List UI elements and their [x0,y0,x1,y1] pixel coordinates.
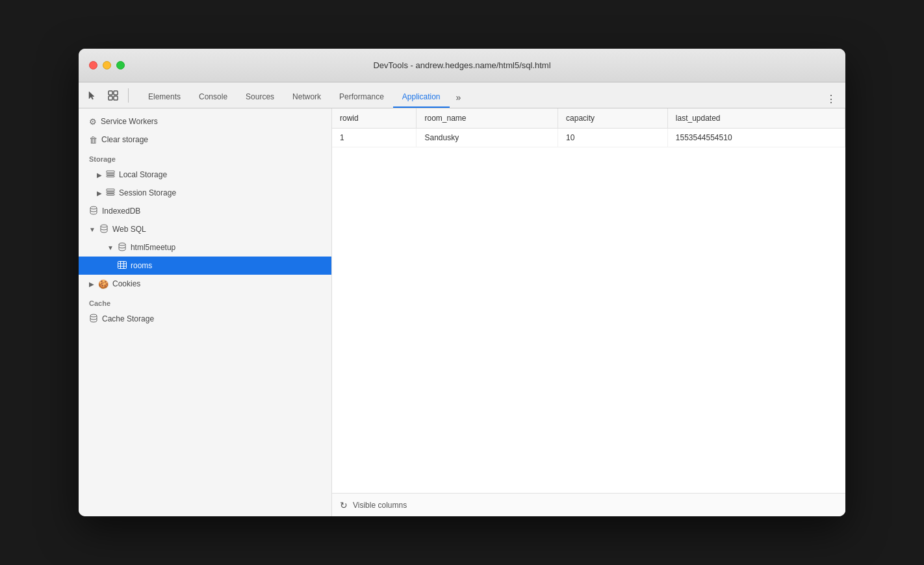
window-title: DevTools - andrew.hedges.name/html5/sql.… [373,60,550,70]
tab-divider [128,88,129,103]
sidebar-item-cookies[interactable]: ▶ 🍪 Cookies [79,275,331,293]
chevron-right-icon: ▶ [89,281,94,288]
svg-point-11 [101,225,107,227]
inspect-icon[interactable] [105,87,122,104]
cookie-icon: 🍪 [98,279,109,289]
storage-section-label: Storage [79,149,331,166]
tab-network[interactable]: Network [283,87,330,108]
cell-capacity: 10 [558,129,668,147]
cache-storage-icon [89,314,98,325]
trash-icon: 🗑 [89,135,97,145]
cache-section-label: Cache [79,293,331,310]
maximize-button[interactable] [116,61,125,69]
svg-point-12 [119,243,125,245]
cursor-icon[interactable] [84,87,101,104]
sidebar-item-service-workers[interactable]: ⚙ Service Workers [79,112,331,131]
tab-console[interactable]: Console [190,87,237,108]
sidebar-item-html5meetup[interactable]: ▼ html5meetup [79,238,331,257]
title-bar: DevTools - andrew.hedges.name/html5/sql.… [79,49,845,82]
cell-rowid: 1 [332,129,417,147]
gear-icon: ⚙ [89,117,97,127]
svg-rect-9 [107,194,114,195]
svg-rect-3 [114,96,118,100]
svg-rect-0 [109,91,112,95]
table-footer: ↻ Visible columns [332,493,845,516]
chevron-right-icon: ▶ [97,171,102,179]
refresh-icon[interactable]: ↻ [340,500,348,510]
svg-rect-5 [107,173,114,175]
svg-rect-7 [107,189,114,191]
local-storage-icon [106,170,115,180]
minimize-button[interactable] [103,61,111,69]
col-rowid: rowid [332,108,417,129]
cell-room-name: Sandusky [417,129,558,147]
main-content: ⚙ Service Workers 🗑 Clear storage Storag… [79,108,845,516]
sidebar-item-session-storage[interactable]: ▶ Session Storage [79,184,331,202]
svg-rect-8 [107,192,114,193]
devtools-menu-button[interactable]: ⋮ [822,90,840,108]
table-area: rowid room_name capacity last_updated 1 … [332,108,845,516]
database-icon [118,242,127,253]
svg-rect-13 [118,261,127,268]
svg-rect-1 [114,91,118,95]
col-room-name: room_name [417,108,558,129]
svg-rect-2 [109,96,112,100]
devtools-window: DevTools - andrew.hedges.name/html5/sql.… [79,49,845,516]
close-button[interactable] [89,61,97,69]
svg-point-10 [90,207,97,209]
data-table: rowid room_name capacity last_updated 1 … [332,108,845,493]
rooms-table: rowid room_name capacity last_updated 1 … [332,108,845,147]
svg-rect-6 [107,175,114,177]
sidebar-item-cache-storage[interactable]: Cache Storage [79,310,331,328]
chevron-down-icon: ▼ [89,226,96,233]
sidebar: ⚙ Service Workers 🗑 Clear storage Storag… [79,108,332,516]
web-sql-icon [99,224,109,235]
table-header-row: rowid room_name capacity last_updated [332,108,845,129]
traffic-lights [89,61,125,69]
chevron-right-icon: ▶ [97,190,102,197]
cell-last-updated: 1553544554510 [667,129,845,147]
tab-application[interactable]: Application [393,87,450,108]
sidebar-item-local-storage[interactable]: ▶ Local Storage [79,166,331,184]
toolbar-left [84,87,131,108]
col-last-updated: last_updated [667,108,845,129]
chevron-down-icon: ▼ [107,244,114,251]
tab-performance[interactable]: Performance [330,87,393,108]
tab-elements[interactable]: Elements [139,87,190,108]
sidebar-item-indexeddb[interactable]: IndexedDB [79,202,331,220]
sidebar-item-web-sql[interactable]: ▼ Web SQL [79,220,331,238]
more-tabs-button[interactable]: » [450,87,468,108]
svg-rect-4 [107,171,114,173]
session-storage-icon [106,188,115,198]
svg-point-18 [90,314,97,317]
table-row[interactable]: 1 Sandusky 10 1553544554510 [332,129,845,147]
indexeddb-icon [89,206,98,217]
sidebar-item-clear-storage[interactable]: 🗑 Clear storage [79,131,331,149]
tab-bar: Elements Console Sources Network Perform… [79,82,845,108]
sidebar-item-rooms[interactable]: rooms [79,257,331,275]
visible-columns-label[interactable]: Visible columns [353,501,407,510]
table-icon [118,261,127,271]
col-capacity: capacity [558,108,668,129]
tab-sources[interactable]: Sources [237,87,283,108]
tabs-container: Elements Console Sources Network Perform… [139,87,822,108]
